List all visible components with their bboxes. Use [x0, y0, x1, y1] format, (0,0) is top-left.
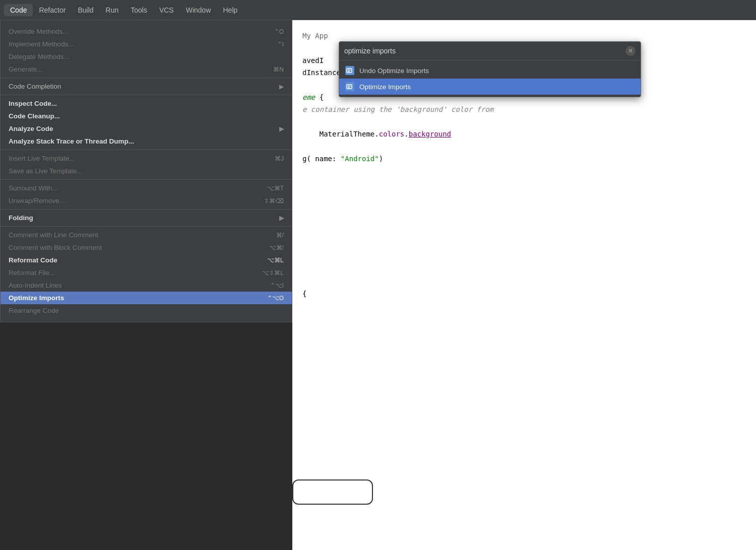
override-methods-shortcut: ⌃O: [274, 28, 284, 35]
rearrange-code-label: Rearrange Code: [9, 307, 59, 314]
comment-block-item[interactable]: Comment with Block Comment ⌥⌘/: [1, 241, 292, 254]
menu-help[interactable]: Help: [217, 4, 244, 16]
menu-section-1: Override Methods... ⌃O Implement Methods…: [1, 23, 292, 78]
analyze-stack-label: Analyze Stack Trace or Thread Dump...: [9, 138, 134, 145]
auto-indent-item[interactable]: Auto-Indent Lines ⌃⌥I: [1, 279, 292, 292]
search-header: ×: [339, 42, 641, 60]
generate-shortcut: ⌘N: [273, 66, 284, 73]
search-input[interactable]: [344, 47, 621, 55]
override-methods-label: Override Methods...: [9, 28, 69, 35]
code-line-21: [302, 276, 746, 287]
reformat-code-shortcut: ⌥⌘L: [267, 257, 284, 264]
menu-section-6: Folding ▶: [1, 210, 292, 227]
comment-line-shortcut: ⌘/: [276, 232, 284, 239]
optimize-result-icon: [345, 82, 354, 91]
optimize-imports-result[interactable]: Optimize Imports: [339, 79, 641, 95]
optimize-imports-shortcut: ⌃⌥O: [267, 295, 284, 302]
code-line-1: My App: [302, 30, 746, 41]
search-results: Undo Optimize Imports Optimize Imports: [339, 60, 641, 97]
surround-with-shortcut: ⌥⌘T: [267, 185, 284, 192]
svg-rect-3: [347, 85, 352, 89]
code-line-17: [302, 227, 746, 238]
menu-vcs[interactable]: VCS: [153, 4, 180, 16]
analyze-code-item[interactable]: Analyze Code ▶: [1, 122, 292, 135]
reformat-file-item[interactable]: Reformat File... ⌥⇧⌘L: [1, 266, 292, 279]
code-completion-label: Code Completion: [9, 83, 61, 90]
auto-indent-shortcut: ⌃⌥I: [270, 282, 284, 289]
save-live-template-label: Save as Live Template...: [9, 167, 83, 175]
undo-optimize-imports-result[interactable]: Undo Optimize Imports: [339, 62, 641, 79]
optimize-imports-item[interactable]: Optimize Imports ⌃⌥O: [1, 292, 292, 304]
analyze-stack-item[interactable]: Analyze Stack Trace or Thread Dump...: [1, 135, 292, 148]
search-close-button[interactable]: ×: [625, 46, 636, 56]
tooltip-bubble: [292, 479, 373, 505]
undo-result-icon: [345, 66, 354, 75]
implement-methods-label: Implement Methods...: [9, 40, 74, 48]
comment-block-shortcut: ⌥⌘/: [269, 244, 284, 251]
main-area: Override Methods... ⌃O Implement Methods…: [0, 20, 756, 550]
comment-line-item[interactable]: Comment with Line Comment ⌘/: [1, 229, 292, 241]
reformat-code-label: Reformat Code: [9, 256, 57, 264]
menu-window[interactable]: Window: [180, 4, 217, 16]
code-line-22: {: [302, 288, 746, 299]
delegate-methods-item[interactable]: Delegate Methods...: [1, 50, 292, 63]
folding-item[interactable]: Folding ▶: [1, 212, 292, 224]
surround-with-label: Surround With...: [9, 184, 58, 192]
code-line-16: [302, 215, 746, 226]
reformat-file-label: Reformat File...: [9, 269, 55, 277]
menu-section-4: Insert Live Template... ⌘J Save as Live …: [1, 150, 292, 180]
unwrap-remove-shortcut: ⇧⌘⌫: [264, 197, 284, 204]
override-methods-item[interactable]: Override Methods... ⌃O: [1, 25, 292, 38]
analyze-code-label: Analyze Code: [9, 125, 53, 132]
inspect-code-label: Inspect Code...: [9, 100, 57, 107]
save-live-template-item[interactable]: Save as Live Template...: [1, 165, 292, 177]
implement-methods-shortcut: ⌃I: [277, 41, 284, 48]
code-completion-arrow: ▶: [279, 83, 284, 90]
menu-refactor[interactable]: Refactor: [33, 4, 72, 16]
search-popup: × Undo Optimize Imports: [339, 41, 641, 97]
code-line-9: MaterialTheme.colors.background: [302, 128, 746, 140]
delegate-methods-label: Delegate Methods...: [9, 53, 70, 60]
inspect-code-item[interactable]: Inspect Code...: [1, 97, 292, 110]
comment-block-label: Comment with Block Comment: [9, 244, 102, 251]
code-cleanup-label: Code Cleanup...: [9, 112, 60, 120]
code-line-11: g( name: "Android"): [302, 153, 746, 164]
code-line-14: [302, 190, 746, 201]
code-line-10: [302, 141, 746, 152]
code-cleanup-item[interactable]: Code Cleanup...: [1, 110, 292, 122]
unwrap-remove-label: Unwrap/Remove...: [9, 197, 65, 204]
rearrange-code-item[interactable]: Rearrange Code: [1, 304, 292, 317]
surround-with-item[interactable]: Surround With... ⌥⌘T: [1, 182, 292, 194]
reformat-file-shortcut: ⌥⇧⌘L: [262, 269, 284, 277]
generate-label: Generate...: [9, 65, 43, 73]
code-completion-item[interactable]: Code Completion ▶: [1, 80, 292, 93]
code-line-15: [302, 202, 746, 213]
insert-live-template-item[interactable]: Insert Live Template... ⌘J: [1, 152, 292, 165]
code-line-19: [302, 251, 746, 262]
code-line-20: [302, 263, 746, 274]
code-line-12: [302, 165, 746, 176]
code-line-13: [302, 178, 746, 189]
insert-live-template-label: Insert Live Template...: [9, 155, 75, 162]
menu-section-7: Comment with Line Comment ⌘/ Comment wit…: [1, 227, 292, 319]
menu-tools[interactable]: Tools: [124, 4, 153, 16]
auto-indent-label: Auto-Indent Lines: [9, 282, 62, 289]
menu-bar: Code Refactor Build Run Tools VCS Window…: [0, 0, 756, 20]
menu-run[interactable]: Run: [100, 4, 125, 16]
generate-item[interactable]: Generate... ⌘N: [1, 63, 292, 76]
unwrap-remove-item[interactable]: Unwrap/Remove... ⇧⌘⌫: [1, 194, 292, 207]
implement-methods-item[interactable]: Implement Methods... ⌃I: [1, 38, 292, 50]
code-menu-dropdown: Override Methods... ⌃O Implement Methods…: [0, 20, 292, 322]
reformat-code-item[interactable]: Reformat Code ⌥⌘L: [1, 254, 292, 266]
analyze-code-arrow: ▶: [279, 125, 284, 132]
menu-build[interactable]: Build: [72, 4, 99, 16]
folding-label: Folding: [9, 214, 33, 222]
code-line-18: [302, 239, 746, 250]
menu-section-3: Inspect Code... Code Cleanup... Analyze …: [1, 95, 292, 150]
menu-code[interactable]: Code: [4, 4, 33, 16]
undo-optimize-imports-label: Undo Optimize Imports: [359, 67, 429, 75]
code-editor[interactable]: My App avedI dInstanceState) eme { e con…: [292, 20, 756, 550]
menu-section-5: Surround With... ⌥⌘T Unwrap/Remove... ⇧⌘…: [1, 180, 292, 210]
svg-rect-0: [347, 68, 352, 73]
code-line-8: [302, 116, 746, 127]
